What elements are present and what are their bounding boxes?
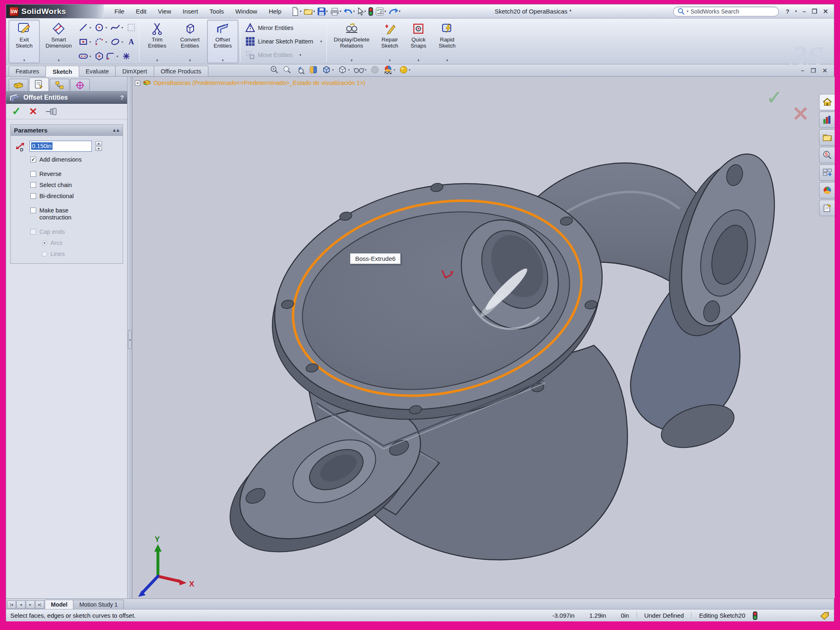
slot-tool-icon[interactable] — [78, 51, 88, 61]
3d-model-canvas[interactable]: Y X Z — [132, 77, 835, 598]
fillet-tool-caret[interactable]: ▾ — [116, 55, 120, 58]
view-settings-caret[interactable]: ▾ — [409, 68, 411, 72]
display-style-caret[interactable]: ▾ — [348, 68, 350, 72]
tab-evaluate[interactable]: Evaluate — [79, 66, 116, 76]
close-button[interactable]: ✕ — [823, 8, 828, 15]
fillet-tool-icon[interactable] — [105, 51, 115, 61]
convert-entities-caret[interactable]: ▾ — [189, 57, 191, 62]
feature-tree-root-label[interactable]: OperaBasicas (Predeterminado<<Predetermi… — [153, 80, 365, 86]
move-entities-caret[interactable]: ▾ — [299, 53, 301, 57]
options-button[interactable]: ▾ — [375, 7, 387, 16]
checkbox-make-base-construction[interactable]: Make base construction — [30, 207, 119, 221]
tab-dimxpert[interactable]: DimXpert — [115, 66, 154, 76]
checkbox-cap-ends[interactable]: Cap ends — [30, 228, 119, 235]
checkbox-reverse[interactable]: Reverse — [30, 171, 119, 178]
view-orientation-button[interactable]: ▾ — [322, 65, 334, 75]
appearances-scenes-button[interactable] — [819, 182, 835, 199]
text-tool-icon[interactable]: A — [126, 37, 136, 47]
new-document-button[interactable]: ▾ — [290, 7, 302, 16]
exit-sketch-button[interactable]: Exit Sketch ▾ — [9, 20, 40, 63]
display-style-button[interactable]: ▾ — [338, 65, 350, 75]
menu-view[interactable]: View — [153, 6, 176, 16]
parameters-header[interactable]: Parameters ▲▲ — [11, 125, 123, 136]
ellipse-tool-icon[interactable] — [110, 37, 120, 47]
print-caret[interactable]: ▾ — [340, 9, 341, 13]
scroll-prev-button[interactable]: ◂ — [16, 600, 25, 609]
spline-tool-caret[interactable]: ▾ — [121, 26, 125, 30]
apply-scene-button[interactable]: ▾ — [383, 65, 395, 75]
status-tag-icon[interactable] — [819, 611, 830, 620]
menu-window[interactable]: Window — [231, 6, 262, 16]
rapid-sketch-caret[interactable]: ▾ — [446, 57, 448, 62]
save-button[interactable]: ▾ — [317, 7, 329, 16]
new-document-caret[interactable]: ▾ — [300, 9, 301, 13]
zoom-to-area-icon[interactable] — [283, 65, 292, 74]
open-button[interactable]: ▾ — [303, 7, 316, 16]
rectangle-tool-icon[interactable] — [78, 37, 88, 47]
repair-sketch-button[interactable]: Repair Sketch ▾ — [374, 20, 405, 63]
restore-button[interactable]: ❐ — [812, 8, 817, 15]
zoom-previous-icon[interactable] — [295, 65, 305, 74]
make-base-construction-checkbox[interactable] — [30, 208, 36, 213]
file-explorer-button[interactable] — [819, 129, 835, 146]
status-editing-mode[interactable]: Editing Sketch20 — [691, 612, 753, 619]
rapid-sketch-button[interactable]: Rapid Sketch ▾ — [431, 20, 463, 63]
edit-appearance-icon[interactable] — [370, 65, 379, 74]
panel-collapse-handle[interactable]: ◂ — [128, 330, 132, 349]
mirror-entities-button[interactable]: Mirror Entities — [244, 22, 324, 34]
selection-box-tool-icon[interactable] — [126, 23, 136, 32]
menu-help[interactable]: Help — [264, 6, 286, 16]
line-tool-caret[interactable]: ▾ — [89, 26, 93, 30]
ok-button[interactable]: ✓ — [12, 105, 21, 118]
trim-entities-button[interactable]: Trim Entities ▾ — [142, 20, 173, 63]
zoom-to-fit-icon[interactable] — [270, 65, 279, 74]
smart-dimension-button[interactable]: Smart Dimension ▾ — [40, 20, 78, 63]
rectangle-tool-caret[interactable]: ▾ — [89, 40, 93, 44]
cancel-button[interactable]: ✕ — [29, 106, 37, 117]
line-tool-icon[interactable] — [78, 23, 88, 32]
configuration-manager-tab[interactable] — [50, 79, 69, 91]
design-library-button[interactable] — [819, 112, 835, 128]
confirmation-corner-cancel-icon[interactable]: ✕ — [792, 102, 809, 126]
custom-properties-button[interactable] — [819, 200, 835, 216]
undo-button[interactable]: ▾ — [343, 7, 356, 16]
tab-office-products[interactable]: Office Products — [154, 66, 208, 76]
menu-edit[interactable]: Edit — [131, 6, 151, 16]
reverse-checkbox[interactable] — [30, 171, 36, 177]
point-tool-icon[interactable] — [121, 51, 131, 61]
bi-directional-checkbox[interactable] — [30, 193, 36, 199]
confirmation-corner-ok-icon[interactable]: ✓ — [766, 87, 782, 109]
view-orientation-caret[interactable]: ▾ — [332, 68, 334, 72]
dimxpert-manager-tab[interactable] — [70, 79, 90, 91]
redo-caret[interactable]: ▾ — [399, 9, 400, 13]
model-tab[interactable]: Model — [45, 600, 73, 609]
doc-close-button[interactable]: ✕ — [822, 67, 827, 74]
circle-tool-caret[interactable]: ▾ — [105, 26, 109, 30]
feature-manager-tree-tab[interactable] — [9, 79, 28, 91]
convert-entities-button[interactable]: Convert Entities ▾ — [173, 20, 207, 63]
help-caret[interactable]: ▾ — [795, 9, 797, 13]
solidworks-search-box[interactable]: ▾ SolidWorks Search — [673, 7, 779, 16]
select-button[interactable]: ▾ — [356, 7, 367, 16]
repair-sketch-caret[interactable]: ▾ — [389, 57, 391, 62]
motion-study-tab[interactable]: Motion Study 1 — [73, 600, 123, 609]
minimize-button[interactable]: – — [803, 8, 806, 15]
solidworks-search-tab-button[interactable]: S — [819, 147, 835, 163]
panel-splitter[interactable]: ◂ — [128, 77, 132, 598]
property-manager-help-button[interactable]: ? — [120, 94, 124, 101]
add-dimensions-checkbox[interactable]: ✓ — [30, 157, 36, 162]
offset-entities-button[interactable]: Offset Entities ▾ — [207, 20, 238, 63]
arc-tool-icon[interactable] — [94, 37, 104, 47]
linear-sketch-pattern-caret[interactable]: ▾ — [320, 39, 322, 43]
cap-ends-checkbox[interactable] — [30, 229, 36, 235]
search-input[interactable]: SolidWorks Search — [690, 8, 739, 15]
radio-lines[interactable]: Lines — [42, 251, 119, 258]
section-view-icon[interactable] — [309, 65, 318, 74]
select-caret[interactable]: ▾ — [364, 9, 366, 13]
checkbox-bi-directional[interactable]: Bi-directional — [30, 193, 119, 200]
slot-tool-caret[interactable]: ▾ — [89, 55, 93, 58]
display-delete-relations-caret[interactable]: ▾ — [351, 57, 353, 62]
ellipse-tool-caret[interactable]: ▾ — [121, 40, 125, 44]
apply-scene-caret[interactable]: ▾ — [394, 68, 395, 72]
help-button[interactable]: ? — [785, 8, 789, 15]
